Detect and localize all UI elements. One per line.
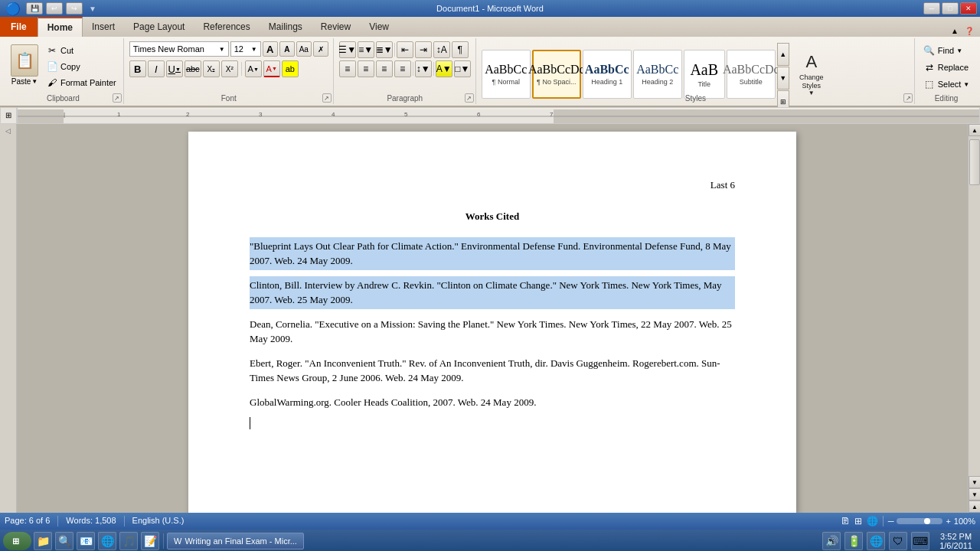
zoom-in-btn[interactable]: +	[946, 517, 950, 526]
active-task[interactable]: W Writing an Final Exam - Micr...	[167, 533, 304, 549]
tray-icon-2[interactable]: 🔋	[844, 532, 863, 550]
save-quick-btn[interactable]: 💾	[26, 2, 43, 15]
cut-button[interactable]: ✂ Cut	[44, 43, 119, 58]
italic-button[interactable]: I	[148, 60, 165, 77]
subscript-button[interactable]: X₂	[203, 60, 220, 77]
font-name-input[interactable]: Times New Roman ▼	[129, 41, 229, 57]
align-right-btn[interactable]: ≡	[376, 60, 393, 77]
justify-btn[interactable]: ≡	[394, 60, 411, 77]
find-arrow[interactable]: ▼	[956, 47, 962, 54]
taskbar-icon-2[interactable]: 🔍	[55, 532, 74, 550]
zoom-slider[interactable]	[897, 518, 942, 524]
web-layout-btn[interactable]: 🌐	[867, 516, 878, 527]
taskbar-icon-6[interactable]: 📝	[141, 532, 159, 550]
style-heading1[interactable]: AaBbCc Heading 1	[583, 50, 632, 99]
tab-home[interactable]: Home	[38, 17, 83, 37]
numbering-btn[interactable]: ≡▼	[358, 41, 374, 58]
increase-indent-btn[interactable]: ⇥	[415, 41, 432, 58]
bullets-btn[interactable]: ☰▼	[339, 41, 356, 58]
customize-arrow[interactable]: ▼	[89, 5, 96, 13]
align-left-btn[interactable]: ≡	[339, 60, 356, 77]
undo-quick-btn[interactable]: ↩	[46, 2, 63, 15]
multilevel-btn[interactable]: ≣▼	[376, 41, 393, 58]
font-size-input[interactable]: 12 ▼	[230, 41, 261, 57]
align-center-btn[interactable]: ≡	[358, 60, 374, 77]
citation-1[interactable]: "Blueprint Lays Out Clear Path for Clima…	[250, 237, 735, 270]
word-icon[interactable]: 🔵	[4, 0, 22, 18]
line-spacing-btn[interactable]: ↕▼	[415, 60, 432, 77]
tab-file[interactable]: File	[0, 17, 38, 37]
ruler-toggle-btn[interactable]: ⊞	[0, 107, 17, 124]
clipboard-dialog-btn[interactable]: ↗	[113, 93, 122, 103]
document-scroll-area[interactable]: Last 6 Works Cited "Blueprint Lays Out C…	[17, 124, 968, 513]
redo-quick-btn[interactable]: ↪	[66, 2, 83, 15]
borders-btn[interactable]: □▼	[454, 60, 471, 77]
styles-scroll-up[interactable]: ▲	[777, 43, 789, 66]
taskbar-icon-3[interactable]: 📧	[77, 532, 95, 550]
scroll-bottom-page-btn[interactable]: ▼	[969, 488, 980, 500]
clock[interactable]: 3:52 PM 1/6/2011	[935, 532, 977, 550]
zoom-control[interactable]: ─ + 100%	[888, 517, 975, 526]
tray-icon-5[interactable]: ⌨	[911, 532, 929, 550]
paste-dropdown[interactable]: ▼	[31, 78, 38, 85]
tab-view[interactable]: View	[360, 17, 398, 37]
decrease-indent-btn[interactable]: ⇤	[397, 41, 413, 58]
tab-review[interactable]: Review	[312, 17, 360, 37]
scroll-down-btn[interactable]: ▼	[969, 476, 980, 488]
language-indicator[interactable]: English (U.S.)	[132, 516, 185, 527]
style-no-spacing[interactable]: AaBbCcDc ¶ No Spaci...	[532, 50, 581, 99]
font-shrink-btn[interactable]: A	[279, 41, 295, 57]
font-color-btn[interactable]: A▼	[263, 60, 280, 77]
highlight-btn[interactable]: A▼	[245, 60, 262, 77]
style-title[interactable]: AaB Title	[684, 50, 725, 99]
citation-5[interactable]: GlobalWarming.org. Cooler Heads Coalitio…	[250, 393, 735, 412]
tab-insert[interactable]: Insert	[83, 17, 124, 37]
paste-button[interactable]: 📋 Paste ▼	[8, 43, 41, 87]
start-button[interactable]: ⊞	[3, 532, 31, 550]
font-name-arrow[interactable]: ▼	[219, 46, 225, 53]
tray-icon-3[interactable]: 🌐	[867, 532, 885, 550]
shading-btn[interactable]: A▼	[436, 60, 452, 77]
text-highlight-btn[interactable]: ab	[282, 60, 299, 77]
scroll-up-btn[interactable]: ▲	[969, 124, 980, 136]
styles-dialog-btn[interactable]: ↗	[903, 93, 913, 103]
scroll-thumb[interactable]	[969, 139, 980, 185]
tray-icon-1[interactable]: 🔊	[822, 532, 841, 550]
citation-3[interactable]: Dean, Cornelia. "Executive on a Mission:…	[250, 315, 735, 348]
font-size-arrow[interactable]: ▼	[251, 46, 257, 53]
maximize-btn[interactable]: □	[942, 2, 959, 15]
full-screen-btn[interactable]: ⊞	[854, 516, 862, 527]
replace-button[interactable]: ⇄ Replace	[921, 60, 972, 75]
underline-button[interactable]: U▼	[166, 60, 183, 77]
select-arrow[interactable]: ▼	[963, 81, 969, 88]
style-subtitle[interactable]: AaBbCcDc Subtitle	[727, 50, 776, 99]
print-layout-btn[interactable]: 🖹	[841, 516, 850, 527]
taskbar-icon-5[interactable]: 🎵	[119, 532, 138, 550]
select-button[interactable]: ⬚ Select ▼	[921, 77, 972, 92]
strikethrough-button[interactable]: abc	[185, 60, 201, 77]
citation-4[interactable]: Ebert, Roger. "An Inconvenient Truth." R…	[250, 354, 735, 387]
minimize-btn[interactable]: ─	[923, 2, 940, 15]
paragraph-dialog-btn[interactable]: ↗	[465, 93, 474, 103]
taskbar-icon-1[interactable]: 📁	[34, 532, 52, 550]
show-marks-btn[interactable]: ¶	[452, 41, 469, 58]
tray-icon-4[interactable]: 🛡	[889, 532, 907, 550]
sort-btn[interactable]: ↕A	[433, 41, 450, 58]
font-dialog-btn[interactable]: ↗	[322, 93, 332, 103]
font-grow-btn[interactable]: A	[263, 41, 278, 57]
help-btn[interactable]: ❓	[962, 25, 977, 37]
superscript-button[interactable]: X²	[221, 60, 238, 77]
zoom-out-btn[interactable]: ─	[888, 517, 894, 526]
tab-references[interactable]: References	[194, 17, 259, 37]
citation-2[interactable]: Clinton, Bill. Interview by Andrew C. Re…	[250, 276, 735, 309]
taskbar-icon-4[interactable]: 🌐	[98, 532, 116, 550]
style-heading2[interactable]: AaBbCc Heading 2	[633, 50, 682, 99]
tab-page-layout[interactable]: Page Layout	[124, 17, 194, 37]
copy-button[interactable]: 📄 Copy	[44, 59, 119, 74]
scroll-track[interactable]	[969, 136, 980, 476]
style-normal[interactable]: AaBbCc ¶ Normal	[482, 50, 531, 99]
format-painter-button[interactable]: 🖌 Format Painter	[44, 75, 119, 90]
scroll-top-page-btn[interactable]: ▲	[969, 500, 980, 513]
clear-format-btn[interactable]: ✗	[313, 41, 328, 57]
close-btn[interactable]: ✕	[960, 2, 977, 15]
